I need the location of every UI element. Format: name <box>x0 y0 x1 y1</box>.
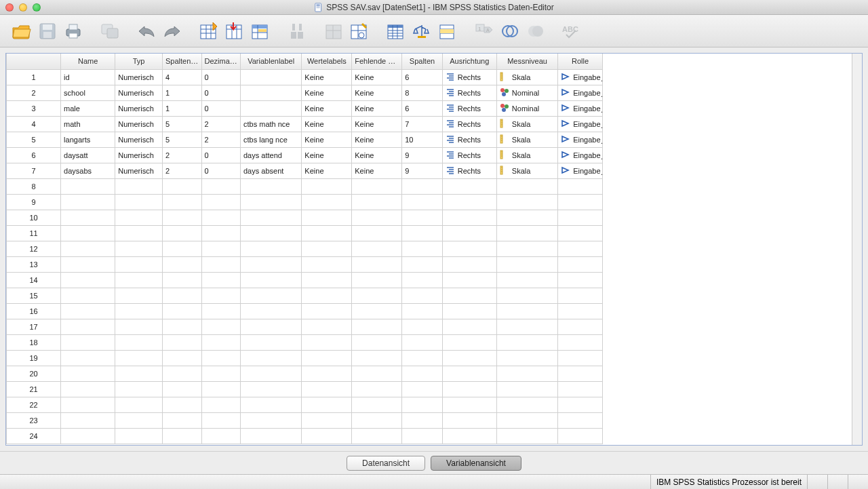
table-row[interactable]: 15 <box>7 288 603 303</box>
cell-empty[interactable] <box>496 272 557 288</box>
undo-button[interactable] <box>134 19 159 43</box>
cell-empty[interactable] <box>61 397 115 412</box>
cell-empty[interactable] <box>115 397 163 412</box>
table-row[interactable]: 11 <box>7 225 603 241</box>
cell-empty[interactable] <box>496 319 557 334</box>
cell-empty[interactable] <box>241 366 302 381</box>
cell-empty[interactable] <box>302 288 352 303</box>
cell-empty[interactable] <box>558 303 603 319</box>
cell-align[interactable]: Rechts <box>442 163 496 178</box>
cell-empty[interactable] <box>115 178 163 194</box>
cell-empty[interactable] <box>115 412 163 428</box>
cell-width[interactable]: 2 <box>163 163 202 178</box>
zoom-icon[interactable] <box>33 3 41 12</box>
redo-button[interactable] <box>160 19 184 43</box>
cell-empty[interactable] <box>496 225 557 241</box>
cell-empty[interactable] <box>496 350 557 366</box>
cell-empty[interactable] <box>352 428 402 444</box>
cell-empty[interactable] <box>61 256 115 272</box>
cell-empty[interactable] <box>496 428 557 444</box>
cell-empty[interactable] <box>442 334 496 350</box>
cell-empty[interactable] <box>558 256 603 272</box>
column-header-decimals[interactable]: Dezimal... <box>201 54 241 69</box>
column-header-role[interactable]: Rolle <box>558 54 603 69</box>
column-header-cols[interactable]: Spalten <box>402 54 443 69</box>
cell-empty[interactable] <box>558 225 603 241</box>
cell-label[interactable]: ctbs math nce <box>241 116 302 132</box>
cell-empty[interactable] <box>352 334 402 350</box>
column-header-name[interactable]: Name <box>61 54 115 69</box>
recall-dialog-button[interactable] <box>98 19 122 43</box>
cell-empty[interactable] <box>402 319 443 334</box>
row-number[interactable]: 5 <box>7 132 61 147</box>
cell-empty[interactable] <box>558 178 603 194</box>
cell-empty[interactable] <box>241 350 302 366</box>
cell-empty[interactable] <box>352 303 402 319</box>
cell-empty[interactable] <box>558 412 603 428</box>
cell-empty[interactable] <box>241 194 302 210</box>
table-row[interactable]: 9 <box>7 194 603 210</box>
goto-variable-button[interactable] <box>222 19 247 43</box>
row-number[interactable]: 9 <box>7 194 61 210</box>
row-number[interactable]: 6 <box>7 147 61 163</box>
tab-variable-view[interactable]: Variablenansicht <box>431 456 521 471</box>
column-header-label[interactable]: Variablenlabel <box>241 54 302 69</box>
cell-empty[interactable] <box>402 194 443 210</box>
cell-width[interactable]: 4 <box>163 69 202 85</box>
row-number[interactable]: 11 <box>7 225 61 241</box>
cell-empty[interactable] <box>496 178 557 194</box>
cell-empty[interactable] <box>442 350 496 366</box>
table-row[interactable]: 12 <box>7 241 603 256</box>
cell-empty[interactable] <box>61 350 115 366</box>
cell-empty[interactable] <box>163 256 202 272</box>
cell-role[interactable]: Eingabe <box>558 85 603 100</box>
cell-align[interactable]: Rechts <box>442 147 496 163</box>
cell-empty[interactable] <box>496 397 557 412</box>
spellcheck-button[interactable]: ABC <box>560 19 585 43</box>
cell-empty[interactable] <box>558 241 603 256</box>
cell-measure[interactable]: Skala <box>496 116 557 132</box>
cell-type[interactable]: Numerisch <box>115 147 163 163</box>
cell-empty[interactable] <box>558 210 603 225</box>
cell-empty[interactable] <box>302 428 352 444</box>
cell-empty[interactable] <box>61 303 115 319</box>
cell-cols[interactable]: 9 <box>402 147 443 163</box>
cell-width[interactable]: 1 <box>163 100 202 116</box>
table-row[interactable]: 8 <box>7 178 603 194</box>
cell-empty[interactable] <box>302 334 352 350</box>
table-row[interactable]: 5langartsNumerisch52ctbs lang nceKeineKe… <box>7 132 603 147</box>
print-button[interactable] <box>61 19 85 43</box>
cell-name[interactable]: school <box>61 85 115 100</box>
vertical-scrollbar[interactable] <box>852 54 862 445</box>
cell-empty[interactable] <box>352 272 402 288</box>
cell-empty[interactable] <box>115 241 163 256</box>
cell-empty[interactable] <box>61 272 115 288</box>
cell-empty[interactable] <box>241 412 302 428</box>
insert-variable-button[interactable] <box>347 19 372 43</box>
cell-align[interactable]: Rechts <box>442 100 496 116</box>
cell-empty[interactable] <box>402 272 443 288</box>
table-row[interactable]: 14 <box>7 272 603 288</box>
cell-empty[interactable] <box>201 272 241 288</box>
cell-empty[interactable] <box>442 194 496 210</box>
cell-cols[interactable]: 9 <box>402 163 443 178</box>
cell-empty[interactable] <box>496 303 557 319</box>
cell-empty[interactable] <box>61 288 115 303</box>
cell-empty[interactable] <box>496 288 557 303</box>
cell-measure[interactable]: Nominal <box>496 85 557 100</box>
row-number[interactable]: 19 <box>7 350 61 366</box>
cell-values[interactable]: Keine <box>302 69 352 85</box>
cell-empty[interactable] <box>558 397 603 412</box>
cell-decimals[interactable]: 2 <box>201 132 241 147</box>
table-row[interactable]: 2schoolNumerisch10KeineKeine8RechtsNomin… <box>7 85 603 100</box>
table-row[interactable]: 16 <box>7 303 603 319</box>
column-header-values[interactable]: Wertelabels <box>302 54 352 69</box>
cell-empty[interactable] <box>241 178 302 194</box>
cell-empty[interactable] <box>302 194 352 210</box>
cell-empty[interactable] <box>352 350 402 366</box>
cell-empty[interactable] <box>61 412 115 428</box>
cell-empty[interactable] <box>496 256 557 272</box>
cell-empty[interactable] <box>241 256 302 272</box>
cell-empty[interactable] <box>442 241 496 256</box>
cell-empty[interactable] <box>402 428 443 444</box>
